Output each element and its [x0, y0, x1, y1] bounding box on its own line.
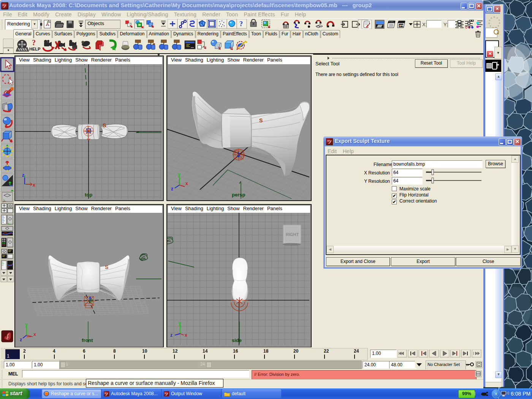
svg-text:12: 12 — [173, 348, 178, 354]
svg-text:persp: persp — [232, 192, 245, 198]
svg-text:IPR: IPR — [399, 24, 404, 27]
svg-text:14: 14 — [203, 348, 208, 354]
svg-text:z: z — [170, 332, 173, 338]
svg-text:y: y — [179, 320, 181, 326]
svg-text:RIGHT: RIGHT — [286, 232, 299, 237]
svg-text:4: 4 — [53, 348, 55, 354]
svg-text:24: 24 — [354, 348, 359, 354]
svg-text:S: S — [105, 264, 108, 270]
svg-text:y: y — [25, 322, 28, 327]
svg-text:z: z — [22, 173, 24, 178]
svg-text:22: 22 — [324, 348, 329, 354]
svg-text:?: ? — [32, 38, 36, 47]
svg-text:18: 18 — [263, 348, 269, 354]
svg-text:x: x — [185, 181, 188, 186]
svg-text:2: 2 — [23, 348, 26, 354]
svg-text:x: x — [185, 332, 187, 338]
svg-text:top: top — [85, 192, 92, 198]
svg-text:S: S — [103, 122, 106, 128]
svg-text:x: x — [33, 182, 35, 188]
svg-text:16: 16 — [233, 348, 238, 354]
svg-text:S: S — [259, 117, 263, 124]
svg-text:?: ? — [239, 20, 243, 28]
svg-text:z: z — [171, 186, 173, 192]
svg-text:front: front — [82, 337, 93, 343]
svg-text:x: x — [33, 332, 36, 337]
svg-text:8: 8 — [113, 348, 116, 354]
svg-text:y: y — [178, 172, 180, 177]
svg-text:HELP: HELP — [29, 47, 40, 51]
svg-text:6: 6 — [83, 348, 86, 354]
svg-text:20: 20 — [293, 348, 299, 354]
svg-text:side: side — [232, 337, 242, 343]
svg-text:z: z — [20, 337, 22, 342]
svg-text:10: 10 — [142, 348, 147, 354]
svg-text:Y:: Y: — [443, 22, 448, 27]
